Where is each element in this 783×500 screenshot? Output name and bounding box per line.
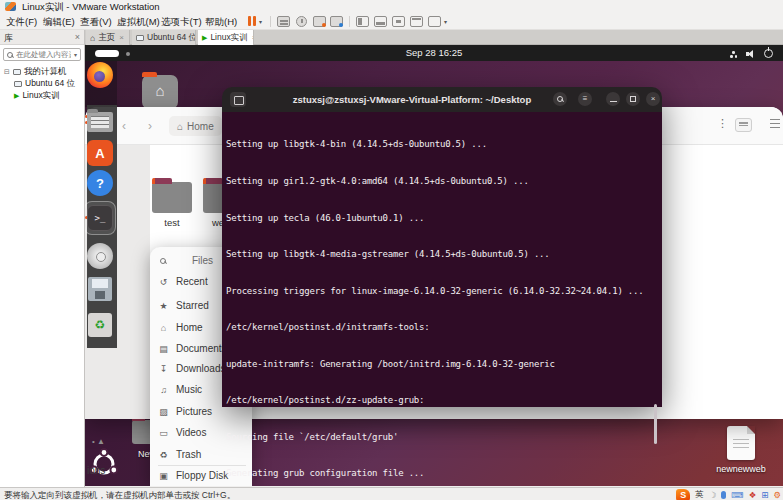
home-icon: ⌂ (177, 121, 183, 132)
dock-item-trash[interactable]: ♻ (87, 313, 113, 339)
terminal-line: /etc/kernel/postinst.d/zz-update-grub: (226, 394, 658, 406)
volume-icon[interactable] (746, 50, 755, 58)
skin-icon[interactable]: ❖ (749, 490, 757, 500)
menu-file[interactable]: 文件(F) (3, 15, 40, 30)
clock-label[interactable]: Sep 28 16:25 (85, 47, 783, 58)
tab-ubuntu64[interactable]: Ubuntu 64 位 × (132, 30, 196, 45)
tab-home[interactable]: ⌂ 主页 × (86, 30, 130, 45)
dock-item-files[interactable] (87, 109, 113, 135)
sidebar-item-documents[interactable]: ▤Documents (158, 343, 227, 354)
tree-item-ubuntu64[interactable]: Ubuntu 64 位 (14, 78, 75, 90)
monitor-dropdown-icon[interactable]: ▾ (444, 18, 447, 25)
ime-lang-label[interactable]: 英 (695, 489, 704, 500)
moon-icon[interactable]: ☽ (709, 490, 717, 500)
snapshot-clock-button[interactable] (296, 16, 307, 27)
sidebar-item-music[interactable]: ♫Music (158, 384, 202, 395)
home-icon: ⌂ (158, 323, 169, 333)
sidebar-item-pictures[interactable]: ▨Pictures (158, 406, 212, 417)
back-button[interactable]: ‹ (122, 119, 126, 133)
library-search-input[interactable] (16, 50, 71, 59)
dock-item-disc[interactable] (87, 243, 113, 269)
tree-collapse-icon[interactable]: ⊟ (4, 68, 10, 76)
terminal-search-button[interactable] (553, 92, 567, 106)
tree-item-linux[interactable]: ▶ Linux实训 (14, 90, 60, 102)
tab-linux-active[interactable]: ▶ Linux实训 × (198, 30, 254, 45)
kebab-menu-icon[interactable]: ⋮ (717, 117, 728, 130)
sidebar-item-starred[interactable]: ★Starred (158, 300, 209, 311)
hamburger-menu-icon[interactable] (770, 119, 780, 129)
terminal-line: Setting up gir1.2-gtk-4.0:amd64 (4.14.5+… (226, 175, 658, 187)
forward-button[interactable]: › (148, 119, 152, 133)
documents-icon: ▤ (158, 344, 169, 354)
sidebar-item-videos[interactable]: ▭Videos (158, 427, 206, 438)
monitor-dropdown-button[interactable] (428, 16, 441, 27)
network-icon[interactable] (730, 51, 737, 57)
microphone-icon[interactable] (721, 491, 726, 499)
desktop-icon-newnewweb[interactable] (727, 426, 755, 460)
ubuntu-software-icon: A (87, 140, 113, 166)
terminal-line: /etc/kernel/postinst.d/initramfs-tools: (226, 321, 658, 333)
grid-icon[interactable]: ⊞ (761, 490, 768, 500)
breadcrumb[interactable]: ⌂ Home (169, 116, 222, 136)
eject-icon[interactable]: • ▲ (92, 437, 105, 446)
terminal-body[interactable]: Setting up libgtk-4-bin (4.14.5+ds-0ubun… (222, 112, 662, 407)
menu-edit[interactable]: 编辑(E) (40, 15, 78, 30)
library-panel: 库 × ▾ ⊟ 我的计算机 Ubuntu 64 位 ▶ Linux实训 (0, 30, 85, 487)
terminal-titlebar[interactable]: zstuxsj@zstuxsj-VMware-Virtual-Platform:… (222, 87, 662, 112)
library-close-icon[interactable]: × (75, 32, 80, 42)
dock-item-software[interactable]: A (87, 140, 113, 166)
sidebar-item-downloads[interactable]: ↧Downloads (158, 363, 225, 374)
ctrl-alt-del-button[interactable] (277, 16, 290, 27)
search-icon[interactable] (160, 258, 166, 264)
desktop-icon-home[interactable]: ⌂ (142, 75, 178, 109)
menu-vm[interactable]: 虚拟机(M) (114, 15, 163, 30)
view-toggle-button[interactable] (735, 118, 752, 132)
terminal-menu-button[interactable]: ≡ (578, 92, 592, 106)
sidebar-item-trash[interactable]: ♻Trash (158, 449, 201, 460)
sogou-input-icon[interactable]: S (676, 489, 690, 500)
library-search[interactable]: ▾ (3, 48, 81, 61)
new-tab-button[interactable] (230, 92, 246, 107)
take-snapshot-button[interactable] (313, 16, 326, 27)
dock-item-terminal[interactable]: >_ (87, 205, 113, 231)
search-icon (7, 52, 13, 58)
fullscreen-button[interactable] (392, 16, 405, 27)
terminal-window: zstuxsj@zstuxsj-VMware-Virtual-Platform:… (222, 87, 662, 407)
folder-test[interactable] (152, 182, 192, 213)
terminal-title: zstuxsj@zstuxsj-VMware-Virtual-Platform:… (262, 87, 562, 112)
tab-close-icon[interactable]: × (252, 33, 254, 42)
layout-thumbnails-button[interactable] (374, 16, 387, 27)
keyboard-icon[interactable]: ⌨ (731, 490, 743, 500)
settings-gear-icon[interactable]: ⚙ (773, 490, 781, 500)
vmware-titlebar: Linux实训 - VMware Workstation (0, 0, 783, 12)
dock-item-firefox[interactable] (87, 62, 113, 88)
folder-label: test (152, 217, 192, 228)
terminal-close-button[interactable]: × (646, 92, 660, 106)
dock-item-floppy[interactable] (87, 277, 113, 303)
vm-running-icon: ▶ (14, 92, 19, 100)
menu-view[interactable]: 查看(V) (77, 15, 115, 30)
downloads-icon: ↧ (158, 364, 169, 374)
revert-snapshot-button[interactable] (330, 16, 343, 27)
dock-item-help[interactable]: ? (87, 170, 113, 196)
pause-dropdown-icon[interactable]: ▾ (259, 18, 262, 25)
terminal-maximize-button[interactable] (626, 92, 640, 106)
menu-help[interactable]: 帮助(H) (202, 15, 240, 30)
search-dropdown-icon[interactable]: ▾ (74, 51, 77, 58)
layout-library-button[interactable] (356, 16, 369, 27)
terminal-line: Processing triggers for linux-image-6.14… (226, 285, 658, 297)
sidebar-item-home[interactable]: ⌂Home (158, 322, 203, 333)
unity-mode-button[interactable] (410, 16, 423, 27)
terminal-scrollbar[interactable] (654, 404, 657, 444)
sidebar-item-recent[interactable]: ↺Recent (158, 276, 208, 287)
terminal-minimize-button[interactable] (606, 92, 620, 106)
recent-icon: ↺ (158, 277, 169, 287)
floppy-icon (88, 277, 112, 301)
menu-tabs[interactable]: 选项卡(T) (158, 15, 205, 30)
power-icon[interactable] (764, 49, 773, 58)
terminal-line: Generating grub configuration file ... (226, 467, 658, 479)
ubuntu-topbar: Sep 28 16:25 (85, 45, 783, 61)
tree-item-my-computer[interactable]: ⊟ 我的计算机 (4, 66, 66, 78)
sidebar-item-floppy-disk[interactable]: ▣Floppy Disk (158, 470, 228, 481)
tab-close-icon[interactable]: × (119, 33, 124, 42)
